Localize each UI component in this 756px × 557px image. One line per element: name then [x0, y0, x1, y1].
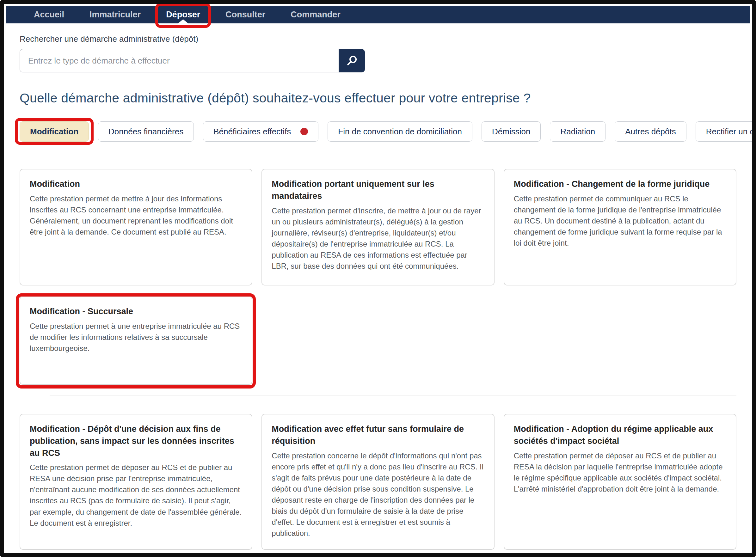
filter-bar: Modification Données financières Bénéfic…	[20, 121, 736, 142]
filter-rectifier-un-depot[interactable]: Rectifier un dépôt	[696, 121, 756, 142]
search-label: Rechercher une démarche administrative (…	[20, 34, 736, 44]
filter-demission[interactable]: Démission	[482, 121, 541, 142]
card-description: Cette prestation concerne le dépôt d'inf…	[271, 450, 484, 539]
screenshot-frame: Accueil Immatriculer Déposer Consulter C…	[0, 0, 756, 557]
filter-autres-depots[interactable]: Autres dépôts	[615, 121, 686, 142]
filter-beneficiaires-effectifs[interactable]: Bénéficiaires effectifs	[203, 121, 318, 142]
search-icon	[346, 55, 358, 67]
card-title: Modification - Adoption du régime applic…	[514, 423, 726, 447]
nav-item-deposer[interactable]: Déposer	[158, 6, 208, 23]
card-description: Cette prestation permet d'inscrire, de m…	[271, 205, 484, 271]
filter-label: Démission	[492, 127, 530, 137]
card-modification-depot-decision[interactable]: Modification - Dépôt d'une décision aux …	[20, 414, 252, 550]
nav-item-label: Accueil	[34, 10, 64, 20]
nav-item-label: Consulter	[226, 10, 265, 20]
card-title: Modification avec effet futur sans formu…	[271, 423, 484, 447]
filter-label: Modification	[30, 127, 79, 137]
nav-item-label: Immatriculer	[89, 10, 141, 20]
filter-donnees-financieres[interactable]: Données financières	[98, 121, 194, 142]
search-input[interactable]	[20, 49, 339, 72]
active-tab-caret-icon	[178, 19, 188, 23]
nav-item-immatriculer[interactable]: Immatriculer	[81, 6, 149, 23]
nav-item-label: Commander	[291, 10, 341, 20]
card-description: Cette prestation permet à une entreprise…	[30, 321, 242, 354]
card-title: Modification portant uniquement sur les …	[271, 178, 484, 202]
page-content: Rechercher une démarche administrative (…	[4, 34, 752, 550]
cards-row-2: Modification - Succursale Cette prestati…	[20, 296, 736, 385]
top-navbar: Accueil Immatriculer Déposer Consulter C…	[6, 6, 750, 23]
nav-item-consulter[interactable]: Consulter	[217, 6, 273, 23]
filter-label: Autres dépôts	[625, 127, 676, 137]
card-modification-effet-futur[interactable]: Modification avec effet futur sans formu…	[261, 414, 494, 550]
cards-row-3: Modification - Dépôt d'une décision aux …	[20, 414, 736, 550]
cards-row-1: Modification Cette prestation permet de …	[20, 169, 736, 286]
page-title: Quelle démarche administrative (dépôt) s…	[20, 91, 736, 106]
card-modification-impact-societal[interactable]: Modification - Adoption du régime applic…	[504, 414, 736, 550]
card-modification-succursale[interactable]: Modification - Succursale Cette prestati…	[20, 296, 252, 385]
card-title: Modification	[30, 178, 242, 190]
card-description: Cette prestation permet de communiquer a…	[514, 193, 726, 248]
filter-label: Bénéficiaires effectifs	[213, 127, 291, 137]
filter-label: Radiation	[560, 127, 595, 137]
card-description: Cette prestation permet de déposer au RC…	[30, 462, 242, 528]
card-description: Cette prestation permet de mettre à jour…	[30, 193, 242, 237]
notification-dot-icon	[300, 128, 308, 135]
filter-fin-de-convention[interactable]: Fin de convention de domiciliation	[327, 121, 472, 142]
card-modification-forme-juridique[interactable]: Modification - Changement de la forme ju…	[504, 169, 736, 286]
section-divider	[50, 395, 736, 396]
card-title: Modification - Changement de la forme ju…	[514, 178, 726, 190]
nav-item-commander[interactable]: Commander	[282, 6, 349, 23]
filter-label: Fin de convention de domiciliation	[338, 127, 462, 137]
nav-item-label: Déposer	[166, 10, 200, 20]
card-title: Modification - Succursale	[30, 306, 242, 318]
card-title: Modification - Dépôt d'une décision aux …	[30, 423, 242, 459]
filter-modification[interactable]: Modification	[20, 121, 89, 142]
search-button[interactable]	[339, 49, 365, 72]
card-modification[interactable]: Modification Cette prestation permet de …	[20, 169, 252, 286]
card-modification-mandataires[interactable]: Modification portant uniquement sur les …	[261, 169, 494, 286]
search-bar	[20, 49, 365, 72]
filter-label: Rectifier un dépôt	[706, 127, 756, 137]
card-description: Cette prestation permet de déposer au RC…	[514, 450, 726, 494]
filter-label: Données financières	[109, 127, 183, 137]
nav-item-accueil[interactable]: Accueil	[26, 6, 72, 23]
filter-radiation[interactable]: Radiation	[550, 121, 606, 142]
